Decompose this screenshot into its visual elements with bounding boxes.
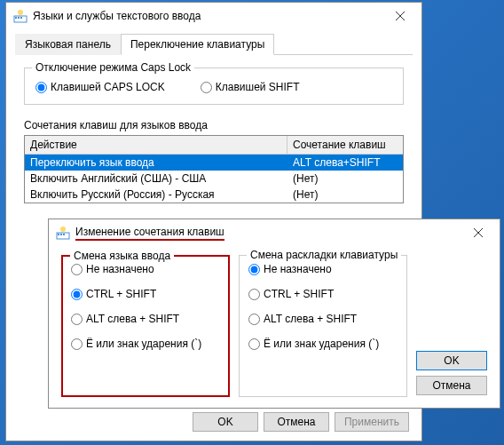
col-header-action[interactable]: Действие — [25, 136, 287, 154]
svg-point-4 — [18, 10, 23, 15]
capslock-radio-capslock[interactable]: Клавишей CAPS LOCK — [35, 81, 165, 93]
svg-rect-8 — [58, 234, 59, 235]
row-action: Переключить язык ввода — [25, 155, 287, 170]
close-button[interactable] — [382, 5, 418, 27]
modal-actions: OK Отмена — [416, 255, 487, 397]
layout-column: Смена раскладки клавиатуры Не назначено … — [239, 255, 407, 397]
layout-radio-ctrl-shift[interactable]: CTRL + SHIFT — [248, 288, 398, 300]
cancel-button[interactable]: Отмена — [264, 412, 329, 432]
shortcuts-list: Действие Сочетание клавиш Переключить яз… — [24, 135, 404, 203]
layout-fieldset: Смена раскладки клавиатуры Не назначено … — [239, 255, 407, 397]
modal-ok-button[interactable]: OK — [416, 351, 487, 370]
input-lang-column: Смена языка ввода Не назначено CTRL + SH… — [61, 255, 230, 397]
list-row[interactable]: Включить Английский (США) - США (Нет) — [25, 171, 403, 187]
row-action: Включить Русский (Россия) - Русская — [25, 187, 287, 202]
row-action: Включить Английский (США) - США — [25, 171, 287, 186]
svg-rect-1 — [15, 17, 17, 19]
list-header: Действие Сочетание клавиш — [25, 136, 403, 155]
app-icon — [13, 9, 28, 23]
svg-point-11 — [60, 226, 66, 232]
layout-legend: Смена раскладки клавиатуры — [247, 249, 401, 261]
capslock-radio-label-1: Клавишей CAPS LOCK — [51, 81, 165, 93]
lang-radio-ctrl-shift[interactable]: CTRL + SHIFT — [71, 288, 220, 300]
app-icon — [56, 226, 70, 240]
row-shortcut: (Нет) — [287, 171, 403, 186]
apply-button[interactable]: Применить — [335, 412, 409, 432]
lang-radio-grave[interactable]: Ё или знак ударения (`) — [71, 338, 220, 350]
list-row[interactable]: Переключить язык ввода ALT слева+SHIFT — [25, 155, 403, 171]
capslock-radio-input-1[interactable] — [35, 82, 47, 93]
ok-button[interactable]: OK — [193, 412, 258, 432]
row-shortcut: ALT слева+SHIFT — [287, 155, 403, 170]
tab-strip: Языковая панель Переключение клавиатуры — [15, 33, 413, 55]
capslock-fieldset: Отключение режима Caps Lock Клавишей CAP… — [24, 68, 404, 105]
shortcuts-label: Сочетания клавиш для языков ввода — [24, 119, 404, 131]
input-lang-legend: Смена языка ввода — [70, 250, 174, 262]
svg-rect-10 — [63, 234, 65, 235]
input-lang-fieldset: Смена языка ввода Не назначено CTRL + SH… — [61, 255, 230, 397]
layout-radio-alt-shift[interactable]: ALT слева + SHIFT — [248, 313, 398, 325]
titlebar: Языки и службы текстового ввода — [6, 3, 421, 29]
list-row[interactable]: Включить Русский (Россия) - Русская (Нет… — [25, 187, 403, 203]
tab-language-panel[interactable]: Языковая панель — [15, 34, 121, 55]
modal-titlebar: Изменение сочетания клавиш — [49, 219, 500, 246]
modal-title: Изменение сочетания клавиш — [75, 226, 461, 241]
col-header-shortcut[interactable]: Сочетание клавиш — [287, 136, 403, 154]
tab-keyboard-switching[interactable]: Переключение клавиатуры — [121, 34, 274, 55]
close-icon — [396, 12, 405, 20]
window-title: Языки и службы текстового ввода — [33, 10, 382, 22]
capslock-legend: Отключение режима Caps Lock — [32, 61, 194, 74]
layout-radio-none[interactable]: Не назначено — [248, 263, 398, 275]
capslock-radio-shift[interactable]: Клавишей SHIFT — [201, 81, 300, 93]
svg-rect-9 — [60, 234, 62, 235]
row-shortcut: (Нет) — [287, 187, 403, 202]
svg-rect-3 — [20, 17, 22, 19]
capslock-radio-label-2: Клавишей SHIFT — [216, 81, 300, 93]
layout-radio-grave[interactable]: Ё или знак ударения (`) — [248, 338, 398, 350]
lang-radio-alt-shift[interactable]: ALT слева + SHIFT — [71, 313, 220, 325]
dialog-buttons: OK Отмена Применить — [193, 412, 409, 432]
capslock-radio-input-2[interactable] — [201, 82, 212, 93]
close-icon — [474, 228, 483, 237]
modal-window: Изменение сочетания клавиш Смена языка в… — [48, 219, 500, 409]
modal-close-button[interactable] — [461, 222, 496, 243]
modal-cancel-button[interactable]: Отмена — [416, 376, 487, 395]
svg-rect-2 — [18, 17, 20, 19]
lang-radio-none[interactable]: Не назначено — [71, 263, 220, 275]
modal-body: Смена языка ввода Не назначено CTRL + SH… — [49, 246, 500, 406]
